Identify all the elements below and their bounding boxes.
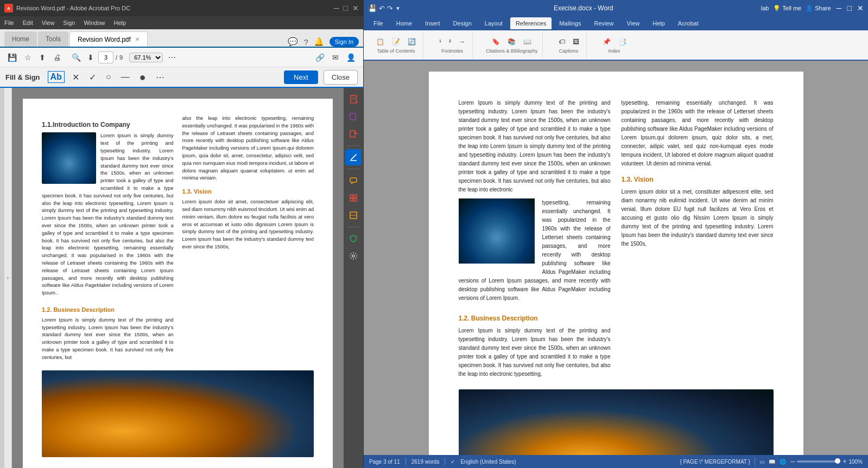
help-icon[interactable]: ? bbox=[303, 37, 308, 47]
user-button[interactable]: 👤 bbox=[344, 52, 358, 63]
comment-icon[interactable]: 💬 bbox=[288, 37, 298, 47]
save-button[interactable]: 💾 bbox=[5, 52, 19, 63]
bibliography-button[interactable]: 📖 bbox=[521, 36, 534, 47]
dot-icon[interactable]: ● bbox=[137, 70, 148, 85]
read-mode-button[interactable]: 📖 bbox=[769, 459, 775, 465]
toolbar-group-index: 📌 📑 Index bbox=[595, 31, 633, 59]
web-layout-button[interactable]: 🌐 bbox=[780, 459, 786, 465]
close-button[interactable]: Close bbox=[324, 70, 358, 85]
manage-sources-button[interactable]: 📚 bbox=[505, 36, 518, 47]
notification-icon[interactable]: 🔔 bbox=[314, 37, 324, 47]
circle-icon[interactable]: ○ bbox=[104, 71, 113, 83]
menu-view[interactable]: View bbox=[42, 20, 55, 26]
insert-caption-button[interactable]: 🏷 bbox=[556, 36, 568, 47]
tab-file[interactable]: File bbox=[368, 17, 389, 29]
menu-window[interactable]: Window bbox=[84, 20, 105, 26]
word-undo-icon[interactable]: ↶ bbox=[379, 4, 385, 12]
table-of-contents-button[interactable]: 📋 bbox=[373, 36, 387, 47]
update-table-button[interactable]: 🔄 bbox=[405, 36, 419, 47]
rt-settings-button[interactable] bbox=[345, 248, 362, 264]
upload-button[interactable]: ⬆ bbox=[37, 52, 48, 63]
word-save-icon[interactable]: 💾 bbox=[368, 4, 377, 12]
print-button[interactable]: 🖨 bbox=[51, 52, 63, 63]
rt-fill-sign-button[interactable] bbox=[345, 149, 362, 165]
bookmark-button[interactable]: ☆ bbox=[22, 52, 34, 63]
tab-layout[interactable]: Layout bbox=[479, 17, 508, 29]
zoom-slider-thumb[interactable] bbox=[835, 458, 840, 464]
word-page-field-display: { PAGE \* MERGEFORMAT } bbox=[680, 459, 750, 465]
page-input[interactable] bbox=[98, 52, 113, 63]
print-layout-button[interactable]: ▭ bbox=[759, 459, 764, 465]
fill-sign-label: Fill & Sign bbox=[5, 73, 40, 81]
tab-insert[interactable]: Insert bbox=[420, 17, 446, 29]
sign-in-button[interactable]: Sign In bbox=[330, 37, 359, 47]
word-redo-icon[interactable]: ↷ bbox=[387, 4, 393, 12]
pdf-section1-content: Lorem Ipsum is simply dummy text of the … bbox=[42, 132, 174, 300]
tab-home[interactable]: Home bbox=[391, 17, 417, 29]
wd-section13-body: Lorem ipsum dolor sit a met, constituter… bbox=[622, 188, 774, 248]
menu-edit[interactable]: Edit bbox=[23, 20, 33, 26]
add-text-button[interactable]: 📝 bbox=[389, 36, 403, 47]
zoom-minus-button[interactable]: ─ bbox=[790, 458, 795, 465]
tab-design[interactable]: Design bbox=[448, 17, 477, 29]
word-minimize-button[interactable]: ─ bbox=[837, 4, 842, 12]
email-button[interactable]: ✉ bbox=[330, 52, 341, 63]
wd-section12-body: Lorem Ipsum is simply dummy text of the … bbox=[459, 326, 611, 379]
rt-edit-button[interactable] bbox=[345, 108, 362, 125]
tab-review[interactable]: Review bbox=[589, 17, 619, 29]
svg-rect-8 bbox=[350, 178, 357, 182]
word-maximize-button[interactable]: □ bbox=[847, 4, 852, 12]
tab-mailings[interactable]: Mailings bbox=[554, 17, 586, 29]
text-tool-icon[interactable]: Ab bbox=[48, 71, 65, 83]
line-icon[interactable]: — bbox=[119, 71, 132, 83]
tab-home-label: Home bbox=[12, 35, 29, 43]
tell-me-button[interactable]: 💡 Tell me bbox=[773, 5, 801, 12]
rt-organize-button[interactable] bbox=[345, 190, 362, 206]
insert-endnote-button[interactable]: ² bbox=[446, 36, 454, 47]
prev-page-button[interactable]: ⬇ bbox=[85, 52, 96, 63]
insert-citation-button[interactable]: 🔖 bbox=[489, 36, 503, 47]
cross-icon[interactable]: ✕ bbox=[70, 71, 81, 84]
tab-document[interactable]: Revision Word.pdf ✕ bbox=[69, 31, 148, 47]
rt-export-button[interactable] bbox=[345, 126, 362, 142]
insert-index-button[interactable]: 📑 bbox=[616, 36, 629, 47]
zoom-plus-button[interactable]: + bbox=[842, 458, 846, 465]
word-spell-check-icon[interactable]: ✓ bbox=[451, 459, 455, 465]
tab-references[interactable]: References bbox=[510, 17, 552, 29]
zoom-select[interactable]: 67.1% 50% 75% 100% bbox=[129, 53, 163, 62]
more-options-button[interactable]: ⋯ bbox=[166, 52, 178, 63]
zoom-slider-bar[interactable] bbox=[797, 460, 840, 463]
zoom-in-button[interactable]: 🔍 bbox=[69, 52, 83, 63]
tab-home[interactable]: Home bbox=[4, 31, 37, 47]
word-customize-icon[interactable]: ▼ bbox=[395, 5, 401, 11]
rt-create-pdf-button[interactable] bbox=[345, 91, 362, 107]
next-button[interactable]: Next bbox=[284, 70, 318, 84]
rt-export-word-button[interactable] bbox=[345, 207, 362, 223]
more-fill-tools-icon[interactable]: ⋯ bbox=[154, 71, 167, 84]
word-user-name: lab bbox=[761, 5, 769, 11]
word-close-button[interactable]: ✕ bbox=[857, 4, 864, 12]
word-document-viewer[interactable]: Lorem Ipsum is simply dummy text of the … bbox=[364, 61, 868, 455]
link-button[interactable]: 🔗 bbox=[313, 52, 327, 63]
mark-entry-button[interactable]: 📌 bbox=[600, 36, 613, 47]
tab-help[interactable]: Help bbox=[647, 17, 670, 29]
menu-file[interactable]: File bbox=[4, 20, 14, 26]
rt-protect-button[interactable] bbox=[345, 230, 362, 247]
acrobat-maximize-button[interactable]: □ bbox=[344, 4, 348, 12]
tab-close-icon[interactable]: ✕ bbox=[135, 36, 140, 42]
table-of-figures-button[interactable]: 🖼 bbox=[570, 36, 582, 47]
pdf-document-viewer[interactable]: 1.1.Introduction to Company Lorem Ipsum … bbox=[12, 88, 344, 468]
page-expand-button[interactable]: › bbox=[4, 88, 12, 468]
tab-view[interactable]: View bbox=[622, 17, 645, 29]
menu-help[interactable]: Help bbox=[114, 20, 126, 26]
acrobat-minimize-button[interactable]: ─ bbox=[334, 4, 339, 12]
rt-comment-button[interactable] bbox=[345, 172, 362, 189]
check-icon[interactable]: ✓ bbox=[87, 71, 98, 84]
tab-tools[interactable]: Tools bbox=[38, 31, 68, 47]
insert-footnote-button[interactable]: ¹ bbox=[436, 36, 444, 47]
menu-sign[interactable]: Sign bbox=[63, 20, 75, 26]
share-button[interactable]: 👤 Share bbox=[806, 5, 831, 12]
tab-acrobat[interactable]: Acrobat bbox=[673, 17, 704, 29]
acrobat-close-button[interactable]: ✕ bbox=[352, 4, 359, 12]
next-footnote-button[interactable]: → bbox=[456, 36, 468, 47]
